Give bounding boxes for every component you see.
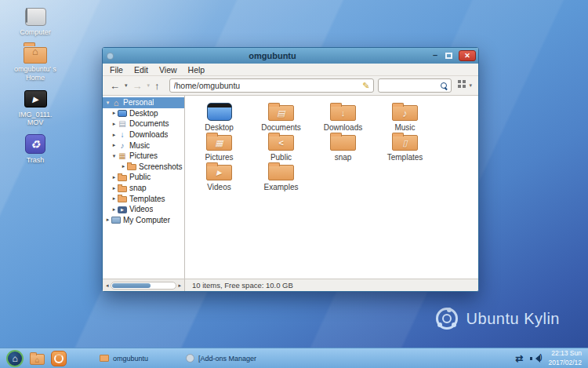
expander-icon[interactable]	[111, 110, 118, 116]
view-mode-button[interactable]: ▾	[456, 81, 474, 90]
search-input[interactable]	[382, 82, 440, 90]
launcher-icon[interactable]	[6, 350, 24, 367]
close-button[interactable]: ✕	[459, 50, 476, 61]
clock[interactable]: 22:13 Sun 2017/02/12	[548, 349, 582, 366]
expander-icon[interactable]	[111, 206, 118, 213]
forward-button[interactable]: →	[130, 81, 145, 91]
file-item[interactable]: Documents	[250, 102, 312, 132]
expander-icon[interactable]	[111, 195, 118, 202]
desktop-icon[interactable]: Trash	[12, 134, 59, 164]
file-item[interactable]: Videos	[188, 162, 250, 191]
folder-emblem-icon	[208, 104, 231, 120]
desktop: Computer omgubuntu' s Home IMG_0111. MOV…	[0, 0, 588, 368]
sidebar-item[interactable]: snap	[103, 183, 184, 194]
expander-icon[interactable]	[111, 153, 118, 159]
search-icon[interactable]	[440, 82, 448, 89]
maximize-button[interactable]	[445, 53, 452, 59]
expander-icon[interactable]	[111, 185, 118, 191]
menu-item[interactable]: View	[154, 65, 183, 75]
desktop-icon[interactable]: omgubuntu' s Home	[12, 43, 59, 82]
folder-icon	[206, 135, 232, 151]
sidebar-item-label: Templates	[129, 195, 165, 203]
folder-emblem-icon	[269, 136, 293, 150]
status-bar: 10 items, Free space: 10.0 GB	[185, 279, 478, 291]
file-item[interactable]: Desktop	[188, 102, 250, 132]
sidebar-item[interactable]: Templates	[103, 193, 184, 204]
desktop-icon[interactable]: IMG_0111. MOV	[12, 89, 59, 127]
minimize-button[interactable]: –	[431, 52, 439, 60]
sidebar-item[interactable]: Public	[103, 172, 184, 183]
file-item[interactable]: Pictures	[188, 132, 250, 162]
launcher-icon[interactable]	[51, 351, 67, 366]
taskbar-launchers	[6, 350, 67, 367]
tray-icon[interactable]	[529, 354, 542, 363]
file-item[interactable]: Public	[250, 132, 312, 162]
sidebar-item[interactable]: Pictures	[103, 151, 184, 162]
menu-item[interactable]: File	[104, 65, 129, 75]
sidebar-item-label: Videos	[129, 205, 153, 213]
expander-icon[interactable]	[104, 100, 111, 106]
tray-icon[interactable]	[515, 353, 523, 364]
sidebar-item[interactable]: Personal	[103, 97, 184, 108]
edit-path-icon[interactable]: ✎	[362, 82, 369, 90]
folder-emblem-icon	[269, 166, 293, 180]
file-view[interactable]: Desktop Documents Downloads	[185, 96, 478, 279]
expander-icon[interactable]	[111, 132, 118, 138]
taskbar-window-button[interactable]: omgubuntu	[96, 351, 173, 366]
file-item[interactable]: Templates	[374, 132, 436, 162]
up-button[interactable]: ↑	[152, 81, 162, 91]
forward-history-caret[interactable]: ▾	[146, 82, 152, 89]
expander-icon[interactable]	[104, 217, 111, 223]
folder-icon	[268, 165, 294, 180]
titlebar[interactable]: omgubuntu – ✕	[103, 48, 478, 64]
file-item[interactable]: Downloads	[312, 102, 374, 132]
folder-icon	[392, 135, 418, 151]
task-icon	[100, 355, 109, 362]
sidebar-item-label: Pictures	[129, 151, 158, 160]
sidebar-item[interactable]: Screenshots	[103, 162, 184, 173]
sidebar-item[interactable]: Videos	[103, 204, 184, 215]
folder-emblem-icon	[269, 106, 293, 120]
sidebar-item[interactable]: Documents	[103, 118, 184, 129]
menu-item[interactable]: Help	[183, 65, 211, 75]
sidebar-item[interactable]: My Computer	[103, 215, 184, 226]
back-history-caret[interactable]: ▾	[123, 82, 129, 89]
folder-icon	[268, 135, 294, 151]
sidebar-item-icon	[111, 98, 121, 107]
launcher-icon[interactable]	[30, 352, 45, 365]
path-bar[interactable]: /home/omgubuntu ✎	[169, 78, 375, 93]
expander-icon[interactable]	[120, 163, 127, 169]
file-item[interactable]: Music	[374, 102, 436, 132]
file-item-label: Pictures	[205, 153, 233, 162]
search-box[interactable]	[378, 78, 452, 93]
desktop-icon-list: Computer omgubuntu' s Home IMG_0111. MOV…	[12, 6, 59, 171]
sidebar-item-icon	[118, 196, 127, 202]
sidebar-item[interactable]: Desktop	[103, 108, 184, 119]
scroll-right-arrow[interactable]: ▸	[176, 282, 183, 289]
sidebar-item[interactable]: Music	[103, 140, 184, 151]
file-item-label: Examples	[264, 183, 299, 191]
sidebar-item[interactable]: Downloads	[103, 129, 184, 140]
sidebar-item-icon	[118, 130, 127, 139]
taskbar: omgubuntu [Add-ons Manager - ... 22:13 S…	[0, 348, 588, 368]
expander-icon[interactable]	[111, 121, 118, 127]
back-button[interactable]: ←	[107, 81, 122, 91]
scrollbar-track[interactable]	[111, 282, 177, 290]
sidebar-item-icon	[118, 186, 127, 192]
path-text[interactable]: /home/omgubuntu	[174, 81, 363, 90]
sidebar-item-icon	[118, 206, 127, 213]
desktop-icon[interactable]: Computer	[12, 6, 59, 36]
sidebar-item-icon	[127, 164, 136, 170]
sidebar-item-icon	[118, 141, 127, 150]
menu-item[interactable]: Edit	[129, 65, 154, 75]
taskbar-window-button[interactable]: [Add-ons Manager - ...	[183, 351, 260, 366]
desktop-icon-label: IMG_0111. MOV	[13, 111, 58, 127]
expander-icon[interactable]	[111, 174, 118, 180]
file-item[interactable]: Examples	[250, 162, 312, 191]
scrollbar-thumb[interactable]	[112, 283, 151, 288]
sidebar-item-label: Music	[129, 141, 150, 150]
sidebar-horizontal-scrollbar[interactable]: ◂ ▸	[103, 279, 185, 291]
expander-icon[interactable]	[111, 142, 118, 148]
scroll-left-arrow[interactable]: ◂	[104, 282, 111, 289]
file-item[interactable]: snap	[312, 132, 374, 162]
